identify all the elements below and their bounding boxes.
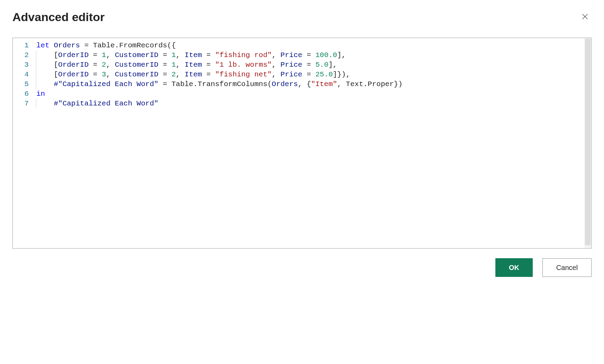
close-icon [581,12,589,22]
token-punc: = [202,71,215,78]
token-ident: OrderID [58,51,89,59]
token-punc: = [202,51,215,59]
token-str: "fishing rod" [215,51,272,59]
token-str: "Item" [311,80,337,88]
token-punc: = [158,61,172,69]
ok-button[interactable]: OK [495,258,533,277]
line-number: 2 [14,50,29,60]
token-punc: = [302,61,315,69]
token-str: "fishing net" [215,71,272,78]
token-ident: CustomerID [115,61,158,69]
token-ident: OrderID [58,61,89,69]
token-ident: Orders [54,41,80,49]
token-ident: CustomerID [115,71,158,78]
token-num: 5.0 [315,61,329,69]
token-ident: CustomerID [115,51,158,59]
token-punc: = [158,71,172,78]
token-punc: , [106,71,115,78]
code-editor[interactable]: 1234567 let Orders = Table.FromRecords({… [12,38,592,249]
token-punc: ], [337,51,346,59]
scrollbar-thumb[interactable] [585,39,591,245]
token-str: "1 lb. worms" [215,61,272,69]
token-punc: = [158,51,172,59]
token-ident: Item [185,61,202,69]
token-fn: Table.TransformColumns [172,80,267,88]
token-punc: , [176,61,184,69]
token-ident: OrderID [58,71,89,78]
token-num: 1 [172,51,176,59]
token-punc: = [302,51,315,59]
token-kw: in [36,90,45,98]
code-line[interactable]: [OrderID = 2, CustomerID = 1, Item = "1 … [32,60,591,70]
dialog-header: Advanced editor [12,10,592,24]
token-ident: #"Capitalized Each Word" [54,100,158,108]
token-punc: , [176,71,184,78]
token-punc: = [158,80,172,88]
token-punc: , [272,71,281,78]
dialog-footer: OK Cancel [12,258,592,277]
token-num: 100.0 [315,51,337,59]
token-punc: = [89,61,102,69]
vertical-scrollbar[interactable] [584,38,591,248]
line-number: 4 [14,70,29,80]
token-ident: Item [185,51,202,59]
token-ident: Orders [272,80,298,88]
token-punc: [ [54,71,58,78]
code-line[interactable]: [OrderID = 1, CustomerID = 1, Item = "fi… [32,50,591,60]
token-punc: , [272,51,281,59]
cancel-button[interactable]: Cancel [542,258,592,277]
code-line[interactable]: in [32,89,591,99]
token-punc: ({ [167,41,176,49]
token-punc: , { [298,80,311,88]
token-punc: = [89,71,102,78]
token-num: 2 [172,71,176,78]
code-line[interactable]: let Orders = Table.FromRecords({ [32,41,591,50]
close-button[interactable] [578,11,592,24]
token-num: 1 [102,51,106,59]
token-fn: Table.FromRecords [93,41,167,49]
token-num: 2 [102,61,106,69]
token-punc: [ [54,61,58,69]
token-num: 1 [172,61,176,69]
token-punc: }) [394,80,402,88]
line-number: 5 [14,80,29,89]
token-punc: = [302,71,315,78]
token-punc: ]}), [333,71,350,78]
token-punc: ], [328,61,337,69]
token-punc: = [202,61,215,69]
token-ident: Price [281,51,302,59]
token-ident: Item [185,71,202,78]
code-line[interactable]: [OrderID = 3, CustomerID = 2, Item = "fi… [32,70,591,80]
line-number: 6 [14,89,29,99]
token-num: 3 [102,71,106,78]
code-line[interactable]: #"Capitalized Each Word" = Table.Transfo… [32,80,591,89]
token-punc: , [272,61,281,69]
token-punc [49,41,54,49]
token-punc: , [337,80,346,88]
token-ident: Price [281,71,302,78]
token-fn: Text.Proper [346,80,394,88]
token-punc: [ [54,51,58,59]
code-area[interactable]: let Orders = Table.FromRecords({ [OrderI… [32,38,591,248]
token-punc: = [80,41,93,49]
token-punc: , [106,61,115,69]
token-punc: , [176,51,184,59]
token-punc: , [106,51,115,59]
token-ident: #"Capitalized Each Word" [54,80,158,88]
token-ident: Price [281,61,302,69]
code-line[interactable]: #"Capitalized Each Word" [32,99,591,109]
line-number: 3 [14,60,29,70]
line-number: 1 [14,41,29,50]
token-num: 25.0 [315,71,333,78]
line-number-gutter: 1234567 [13,38,32,248]
token-punc: ( [267,80,272,88]
token-punc: = [89,51,102,59]
dialog-title: Advanced editor [12,10,104,24]
token-kw: let [36,41,49,49]
line-number: 7 [14,99,29,109]
